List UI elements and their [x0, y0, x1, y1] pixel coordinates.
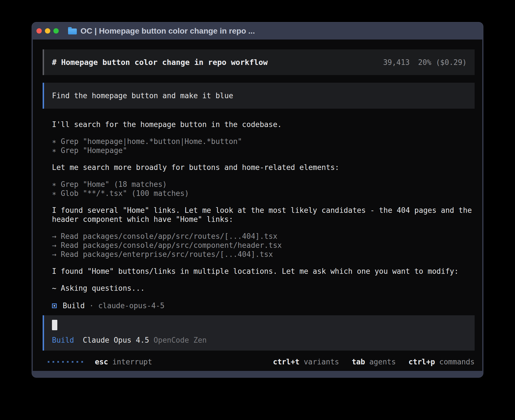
context-usage-cost: 20% ($0.29)	[418, 58, 467, 67]
agent-mode-icon-inner	[54, 305, 55, 307]
user-message: Find the homepage button and make it blu…	[43, 83, 475, 109]
tool-call-grep[interactable]: ∗ Grep "homepage|home.*button|Home.*butt…	[52, 137, 475, 146]
key-label: variants	[304, 358, 339, 366]
user-message-text: Find the homepage button and make it blu…	[52, 91, 233, 100]
minimize-button[interactable]	[45, 28, 50, 34]
prompt-input[interactable]: Build Claude Opus 4.5 OpenCode Zen	[43, 315, 475, 351]
tool-call-grep[interactable]: ∗ Grep "Home" (18 matches)	[52, 180, 475, 189]
agent-mode-icon	[52, 303, 57, 308]
assistant-text: I found several "Home" links. Let me loo…	[52, 206, 475, 215]
folder-icon	[68, 29, 77, 34]
tool-call-grep[interactable]: ∗ Grep "Homepage"	[52, 146, 475, 155]
input-agent-mode[interactable]: Build	[52, 336, 74, 344]
keyboard-hint-commands: ctrl+p commands	[409, 358, 475, 366]
spinner-dot	[57, 361, 59, 363]
titlebar[interactable]: OC | Homepage button color change in rep…	[32, 22, 483, 40]
status-bar-left: esc interrupt	[43, 358, 152, 366]
tool-call-read[interactable]: → Read packages/console/app/src/routes/[…	[52, 232, 475, 241]
session-title: # Homepage button color change in repo w…	[52, 58, 268, 67]
key-combo: ctrl+t	[273, 358, 300, 366]
agent-status-line: Build · claude-opus-4-5	[52, 301, 475, 310]
input-model-name[interactable]: Claude Opus 4.5	[83, 336, 149, 344]
keyboard-hint-agents: tab agents	[352, 358, 396, 366]
assistant-text: I'll search for the homepage button in t…	[52, 120, 475, 129]
assistant-text: I found "Home" buttons/links in multiple…	[52, 267, 475, 276]
assistant-text: header component which have "Home" links…	[52, 215, 475, 224]
terminal-content: # Homepage button color change in repo w…	[33, 40, 482, 371]
assistant-paragraph: I found several "Home" links. Let me loo…	[43, 206, 475, 224]
spinner-dot	[67, 361, 69, 363]
assistant-text: Let me search more broadly for buttons a…	[52, 163, 475, 172]
window-title: OC | Homepage button color change in rep…	[80, 27, 255, 36]
spinner-dot	[48, 361, 49, 363]
tool-call-read[interactable]: → Read packages/enterprise/src/routes/[.…	[52, 250, 475, 259]
input-provider-name: OpenCode Zen	[154, 336, 207, 344]
session-column: # Homepage button color change in repo w…	[43, 49, 475, 366]
token-count: 39,413	[383, 58, 410, 67]
separator-dot: ·	[89, 301, 94, 310]
esc-key-hint: esc	[95, 358, 108, 366]
agent-mode: Build	[63, 301, 85, 310]
keyboard-hint-variants: ctrl+t variants	[273, 358, 339, 366]
tool-call-group: ∗ Grep "Home" (18 matches) ∗ Glob "**/*.…	[43, 180, 475, 198]
esc-key-label: interrupt	[112, 358, 152, 366]
close-button[interactable]	[36, 28, 42, 34]
spinner-icon	[48, 361, 83, 363]
agent-model: claude-opus-4-5	[98, 301, 165, 310]
key-combo: tab	[352, 358, 365, 366]
window-bottom-edge	[32, 371, 483, 377]
session-stats: 39,413 20% ($0.29)	[383, 58, 467, 67]
tool-call-group: ∗ Grep "homepage|home.*button|Home.*butt…	[43, 137, 475, 155]
key-combo: ctrl+p	[409, 358, 435, 366]
tool-call-glob[interactable]: ∗ Glob "**/*.tsx" (100 matches)	[52, 189, 475, 198]
terminal-window: OC | Homepage button color change in rep…	[32, 22, 483, 378]
input-status-row: Build Claude Opus 4.5 OpenCode Zen	[52, 336, 467, 344]
key-label: agents	[369, 358, 396, 366]
spinner-dot	[72, 361, 73, 363]
spinner-dot	[53, 361, 54, 363]
assistant-status: ~ Asking questions...	[52, 284, 475, 293]
status-bar: esc interrupt ctrl+t variants tab agents…	[43, 357, 475, 366]
spinner-dot	[62, 361, 64, 363]
zoom-button[interactable]	[53, 28, 59, 34]
spinner-dot	[81, 361, 83, 363]
tool-call-group: → Read packages/console/app/src/routes/[…	[43, 232, 475, 259]
status-bar-right: ctrl+t variants tab agents ctrl+p comman…	[260, 358, 475, 366]
text-cursor	[52, 320, 57, 330]
key-label: commands	[439, 358, 475, 366]
spinner-dot	[77, 361, 78, 363]
tool-call-read[interactable]: → Read packages/console/app/src/componen…	[52, 241, 475, 250]
session-header: # Homepage button color change in repo w…	[43, 49, 475, 75]
